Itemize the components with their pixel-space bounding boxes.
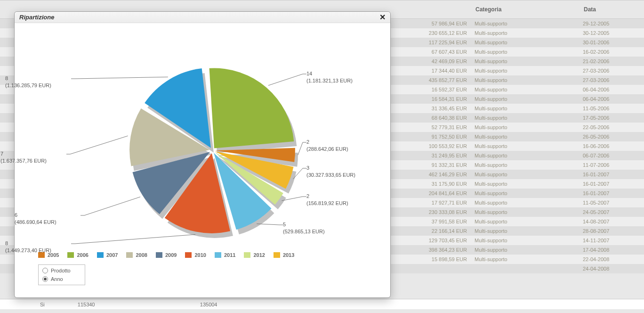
legend: 200520062007200820092010201120122013: [38, 252, 294, 258]
legend-swatch: [126, 252, 133, 258]
legend-item-2005[interactable]: 2005: [38, 252, 59, 258]
cell-date: 30-01-2006: [579, 40, 640, 45]
cell-amount: 22 166,14 EUR: [391, 228, 471, 234]
slice-label-2008: 7(1.637.357,76 EUR): [0, 150, 66, 165]
legend-item-2013[interactable]: 2013: [274, 252, 294, 258]
cell-category: Multi-supporto: [471, 134, 579, 140]
cell-date: 24-04-2008: [579, 266, 640, 272]
cell-amount: 57 986,94 EUR: [391, 21, 471, 26]
modal-title: Ripartizione: [19, 14, 54, 21]
cell-amount: 31 249,95 EUR: [391, 153, 471, 158]
radio-label-prodotto: Prodotto: [51, 268, 71, 273]
radio-anno[interactable]: Anno: [42, 276, 81, 282]
cell-amount: 230 655,12 EUR: [391, 30, 471, 36]
cell-date: 24-05-2007: [579, 209, 640, 215]
cell-category: Multi-supporto: [471, 143, 579, 149]
cell-date: 14-11-2007: [579, 238, 640, 243]
cell-date: 11-05-2007: [579, 200, 640, 206]
slice-label-2005: 2(288.642,06 EUR): [306, 139, 348, 153]
table-header-data[interactable]: Data: [579, 6, 640, 13]
radio-prodotto[interactable]: Prodotto: [42, 268, 81, 273]
legend-swatch: [244, 252, 250, 258]
cell-date: 06-04-2006: [579, 87, 640, 92]
legend-item-2007[interactable]: 2007: [97, 252, 118, 258]
cell-date: 16-01-2007: [579, 172, 640, 177]
radio-icon: [42, 268, 48, 273]
legend-label: 2013: [283, 252, 294, 258]
cell-date: 27-03-2006: [579, 68, 640, 74]
legend-item-2006[interactable]: 2006: [67, 252, 88, 258]
cell-amount: 15 898,59 EUR: [391, 256, 471, 262]
legend-swatch: [215, 252, 221, 258]
cell-category: Multi-supporto: [471, 96, 579, 102]
legend-item-2011[interactable]: 2011: [215, 252, 235, 258]
cell-amount: 462 146,29 EUR: [391, 172, 471, 177]
slice-label-2006: 14(1.181.321,13 EUR): [306, 70, 353, 84]
cell-amount: 129 703,45 EUR: [391, 238, 471, 243]
legend-item-2010[interactable]: 2010: [185, 252, 206, 258]
slice-label-2009: 6(486.690,64 EUR): [15, 212, 80, 226]
table-header-categoria[interactable]: Categoria: [471, 6, 579, 13]
cell-category: Multi-supporto: [471, 200, 579, 206]
bottom-c3: 135004: [195, 302, 290, 307]
cell-date: 11-05-2006: [579, 106, 640, 111]
cell-category: Multi-supporto: [471, 21, 579, 26]
cell-amount: 17 927,71 EUR: [391, 200, 471, 206]
cell-category: Multi-supporto: [471, 124, 579, 130]
legend-item-2009[interactable]: 2009: [156, 252, 177, 258]
cell-category: Multi-supporto: [471, 190, 579, 196]
cell-date: 11-07-2006: [579, 162, 640, 168]
legend-label: 2010: [194, 252, 206, 258]
radio-icon: [42, 276, 48, 282]
close-icon[interactable]: ✕: [379, 14, 386, 21]
pie-slice-2006[interactable]: [209, 68, 294, 148]
bottom-status-row: Si 115340 135004: [0, 299, 644, 309]
cell-amount: 52 779,31 EUR: [391, 124, 471, 130]
cell-amount: 37 991,58 EUR: [391, 219, 471, 224]
cell-date: 16-01-2007: [579, 181, 640, 187]
cell-amount: 117 225,94 EUR: [391, 40, 471, 45]
cell-category: Multi-supporto: [471, 181, 579, 187]
modal-header[interactable]: Ripartizione ✕: [15, 12, 390, 23]
cell-amount: 230 333,08 EUR: [391, 209, 471, 215]
legend-swatch: [97, 252, 104, 258]
cell-date: 17-04-2008: [579, 247, 640, 253]
cell-amount: 91 752,50 EUR: [391, 134, 471, 140]
cell-amount: 68 640,38 EUR: [391, 115, 471, 121]
slice-label-2012: 2(156.819,92 EUR): [306, 193, 348, 207]
cell-date: 16-01-2007: [579, 190, 640, 196]
legend-item-2012[interactable]: 2012: [244, 252, 265, 258]
slice-label-2011: 5(529.865,13 EUR): [283, 221, 325, 235]
cell-category: Multi-supporto: [471, 30, 579, 36]
cell-category: Multi-supporto: [471, 40, 579, 45]
cell-category: Multi-supporto: [471, 162, 579, 168]
cell-date: 06-07-2006: [579, 153, 640, 158]
cell-date: 16-02-2006: [579, 49, 640, 55]
cell-category: Multi-supporto: [471, 106, 579, 111]
cell-category: Multi-supporto: [471, 77, 579, 83]
cell-amount: 91 332,31 EUR: [391, 162, 471, 168]
legend-label: 2012: [253, 252, 265, 258]
bottom-c2: 115340: [45, 302, 195, 307]
cell-date: 26-05-2006: [579, 134, 640, 140]
cell-category: Multi-supporto: [471, 115, 579, 121]
cell-amount: 435 852,77 EUR: [391, 77, 471, 83]
legend-swatch: [274, 252, 280, 258]
cell-category: Multi-supporto: [471, 238, 579, 243]
cell-date: 21-02-2006: [579, 58, 640, 64]
cell-amount: 16 584,31 EUR: [391, 96, 471, 102]
legend-label: 2011: [224, 252, 235, 258]
cell-amount: 67 607,43 EUR: [391, 49, 471, 55]
cell-category: Multi-supporto: [471, 219, 579, 224]
cell-category: Multi-supporto: [471, 172, 579, 177]
cell-category: Multi-supporto: [471, 209, 579, 215]
cell-amount: 31 336,45 EUR: [391, 106, 471, 111]
legend-swatch: [185, 252, 192, 258]
cell-date: 30-12-2005: [579, 30, 640, 36]
ripartizione-modal: Ripartizione ✕ 14(1.181.321,13 EUR)2(288…: [14, 11, 391, 298]
cell-amount: 16 592,37 EUR: [391, 87, 471, 92]
cell-category: Multi-supporto: [471, 228, 579, 234]
cell-amount: 204 841,64 EUR: [391, 190, 471, 196]
cell-amount: 100 553,92 EUR: [391, 143, 471, 149]
legend-item-2008[interactable]: 2008: [126, 252, 147, 258]
